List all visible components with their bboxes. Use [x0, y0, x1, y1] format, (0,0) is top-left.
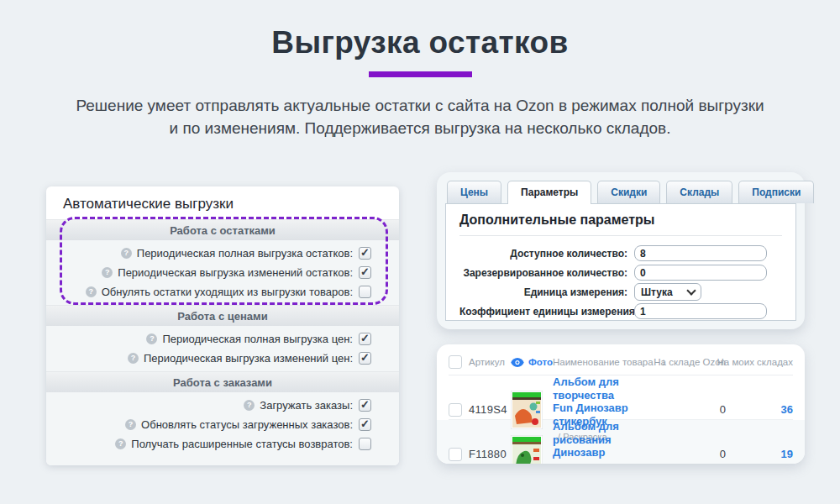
section-header-orders: Работа с заказами: [46, 371, 399, 392]
column-label: Наименование товара: [553, 357, 654, 367]
field-row: Единица измерения: Штука: [459, 284, 782, 300]
option-checkbox[interactable]: [359, 418, 371, 431]
option-row: Загружать заказы:: [46, 396, 399, 415]
page-subtitle: Решение умеет отправлять актуальные оста…: [0, 95, 840, 140]
product-name-line: Альбом для творчества: [553, 375, 619, 402]
panel-divider: [459, 235, 782, 236]
option-label: Обновлять статусы загруженных заказов:: [141, 418, 353, 431]
tab-discounts[interactable]: Скидки: [597, 181, 660, 203]
help-icon[interactable]: [125, 419, 136, 430]
help-icon[interactable]: [86, 286, 97, 297]
row-checkbox[interactable]: [449, 448, 462, 461]
subtitle-line-2: и по изменениям. Поддерживается выгрузка…: [0, 118, 840, 140]
option-label: Периодическая выгрузка изменений остатко…: [118, 266, 353, 279]
section-header-stocks: Работа с остатками: [46, 219, 399, 240]
automatic-exports-card: Автоматические выгрузки Работа с остатка…: [46, 186, 399, 465]
option-checkbox[interactable]: [359, 266, 371, 279]
table-header-row: Артикул Фото Наименование товара На скла…: [449, 349, 793, 375]
table-row: 4119S4 Альбом для творчестваFun Динозавр…: [449, 375, 793, 420]
page-title: Выгрузка остатков: [0, 25, 840, 60]
product-name-line: Динозавр аквараскраска: [553, 446, 632, 464]
field-row: Коэффициент единицы измерения:: [459, 303, 782, 319]
my-stock-value[interactable]: 19: [726, 448, 793, 460]
option-checkbox[interactable]: [359, 352, 371, 365]
column-label: Фото: [528, 357, 553, 367]
field-row: Доступное количество:: [459, 245, 782, 261]
row-checkbox[interactable]: [449, 403, 462, 417]
option-checkbox[interactable]: [359, 438, 371, 450]
table-row: F11880 Альбом для рисованияДинозавр аква…: [437, 420, 805, 464]
option-row: Обновлять статусы загруженных заказов:: [46, 415, 399, 434]
products-table-card: Артикул Фото Наименование товара На скла…: [437, 344, 805, 464]
help-icon[interactable]: [128, 353, 139, 364]
unit-select-value: Штука: [641, 286, 673, 298]
option-label: Загружать заказы:: [260, 399, 353, 412]
product-name-line: Альбом для рисования: [553, 420, 619, 446]
tab-prices[interactable]: Цены: [447, 181, 501, 203]
product-name-cell: Альбом для рисованияДинозавр аквараскрас…: [553, 420, 670, 464]
select-all-checkbox[interactable]: [449, 355, 462, 369]
tab-parameters[interactable]: Параметры: [507, 181, 591, 204]
settings-card-title: Автоматические выгрузки: [46, 186, 399, 219]
option-label: Периодическая выгрузка изменений цен:: [144, 352, 353, 365]
product-name-link[interactable]: Альбом для рисованияДинозавр аквараскрас…: [553, 420, 670, 464]
option-label: Получать расширенные статусы возвратов:: [131, 438, 353, 450]
column-label: Артикул: [469, 357, 505, 367]
field-label: Зарезервированное количество:: [459, 267, 627, 279]
option-row: Периодическая выгрузка изменений остатко…: [46, 263, 399, 282]
tab-bar: Цены Параметры Скидки Склады Подписки: [445, 181, 796, 203]
option-row: Получать расширенные статусы возвратов:: [46, 434, 399, 454]
title-accent-bar: [369, 71, 472, 77]
option-row: Обнулять остатки уходящих из выгрузки то…: [46, 282, 399, 302]
option-row: Периодическая полная выгрузка цен:: [46, 329, 399, 349]
section-header-prices: Работа с ценами: [46, 305, 399, 326]
help-icon[interactable]: [244, 400, 255, 411]
option-label: Периодическая полная выгрузка остатков:: [137, 247, 353, 260]
option-checkbox[interactable]: [359, 286, 371, 298]
option-checkbox[interactable]: [359, 399, 371, 412]
field-label: Доступное количество:: [459, 248, 627, 260]
panel-heading: Дополнительные параметры: [459, 213, 782, 228]
section-stocks: Периодическая полная выгрузка остатков: …: [46, 240, 399, 305]
field-label: Коэффициент единицы измерения:: [459, 306, 627, 318]
tab-warehouses[interactable]: Склады: [666, 181, 732, 203]
product-params-card: Цены Параметры Скидки Склады Подписки До…: [437, 172, 805, 329]
eye-icon: [511, 358, 524, 367]
ozon-stock-value: 0: [670, 448, 726, 460]
option-checkbox[interactable]: [359, 247, 371, 260]
column-header-article[interactable]: Артикул: [469, 356, 511, 368]
help-icon[interactable]: [121, 248, 132, 259]
option-label: Периодическая полная выгрузка цен:: [162, 333, 353, 345]
help-icon[interactable]: [146, 333, 157, 344]
option-checkbox[interactable]: [359, 333, 371, 345]
unit-select[interactable]: Штука: [634, 283, 701, 301]
page-header: Выгрузка остатков Решение умеет отправля…: [0, 0, 840, 140]
help-icon[interactable]: [102, 267, 113, 278]
product-photo: [511, 435, 543, 464]
section-orders: Загружать заказы: Обновлять статусы загр…: [46, 392, 399, 465]
chevron-down-icon: [686, 286, 696, 295]
product-photo: [511, 391, 543, 429]
option-label: Обнулять остатки уходящих из выгрузки то…: [102, 286, 353, 298]
reserved-quantity-input[interactable]: [634, 265, 767, 281]
article-value: 4119S4: [469, 403, 511, 416]
article-value: F11880: [469, 448, 511, 460]
option-row: Периодическая полная выгрузка остатков:: [46, 244, 399, 263]
subtitle-line-1: Решение умеет отправлять актуальные оста…: [0, 95, 840, 118]
field-label: Единица измерения:: [459, 286, 627, 298]
help-icon[interactable]: [115, 438, 126, 449]
section-prices: Периодическая полная выгрузка цен: Перио…: [46, 326, 399, 371]
my-stock-value[interactable]: 36: [726, 403, 793, 416]
column-header-my-stock[interactable]: На моих складах: [726, 357, 793, 367]
unit-coefficient-input[interactable]: [634, 303, 767, 319]
column-header-photo[interactable]: Фото: [511, 357, 553, 367]
available-quantity-input[interactable]: [634, 245, 767, 261]
parameters-tab-panel: Дополнительные параметры Доступное колич…: [445, 203, 796, 321]
ozon-stock-value: 0: [670, 403, 726, 416]
tab-subscriptions[interactable]: Подписки: [738, 181, 814, 203]
option-row: Периодическая выгрузка изменений цен:: [46, 349, 399, 368]
column-header-name[interactable]: Наименование товара: [553, 356, 670, 368]
field-row: Зарезервированное количество:: [459, 265, 782, 281]
